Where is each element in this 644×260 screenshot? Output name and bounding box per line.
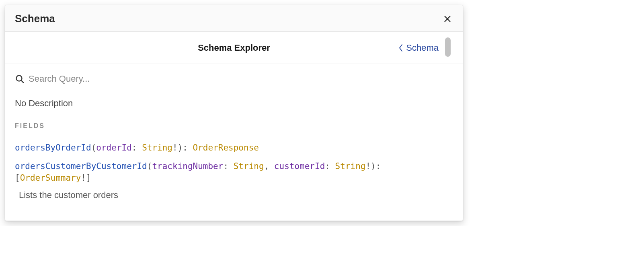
field-item: ordersByOrderId(orderId: String!): Order… [15,142,453,153]
return-type[interactable]: OrderResponse [193,143,259,153]
paren-open: ( [147,161,152,171]
fields-section-label: FIELDS [15,122,453,133]
subheader: Schema Explorer Schema [5,32,463,64]
svg-line-3 [21,80,23,83]
fields-list: ordersByOrderId(orderId: String!): Order… [5,136,463,221]
field-signature: ordersCustomerByCustomerId(trackingNumbe… [15,161,453,184]
search-row [13,70,455,90]
return-wrap-open: [ [15,173,20,183]
schema-panel: Schema Schema Explorer Schema No Descrip… [5,5,463,221]
field-description: Lists the customer orders [15,189,453,201]
arg-type[interactable]: String [335,161,366,171]
arg-name[interactable]: customerId [274,161,325,171]
panel-title: Schema [15,12,55,25]
arg-name[interactable]: trackingNumber [152,161,223,171]
field-name[interactable]: ordersCustomerByCustomerId [15,161,147,171]
colon: : [325,161,335,171]
close-button[interactable] [442,13,453,25]
close-icon [443,14,452,23]
field-name[interactable]: ordersByOrderId [15,143,91,153]
search-icon [15,74,25,84]
breadcrumb-back[interactable]: Schema [398,43,439,53]
scrollbar-thumb[interactable] [445,37,451,57]
arg-type[interactable]: String [142,143,172,153]
non-null-bang: ! [365,161,371,171]
non-null-bang: ! [172,143,178,153]
breadcrumb-label: Schema [406,43,439,53]
comma: , [264,161,274,171]
field-signature: ordersByOrderId(orderId: String!): Order… [15,142,453,153]
field-item: ordersCustomerByCustomerId(trackingNumbe… [15,161,453,201]
subheader-title: Schema Explorer [5,43,463,53]
type-description: No Description [5,90,463,112]
panel-header: Schema [5,5,463,32]
paren-close: ): [178,143,193,153]
arg-name[interactable]: orderId [96,143,132,153]
colon: : [132,143,142,153]
arg-type[interactable]: String [234,161,264,171]
chevron-left-icon [398,44,404,52]
return-type[interactable]: OrderSummary [20,173,81,183]
return-wrap-close: ] [86,173,91,183]
paren-close: ): [371,161,381,171]
search-input[interactable] [29,74,453,84]
non-null-bang: ! [81,173,86,183]
colon: : [223,161,233,171]
paren-open: ( [91,143,96,153]
